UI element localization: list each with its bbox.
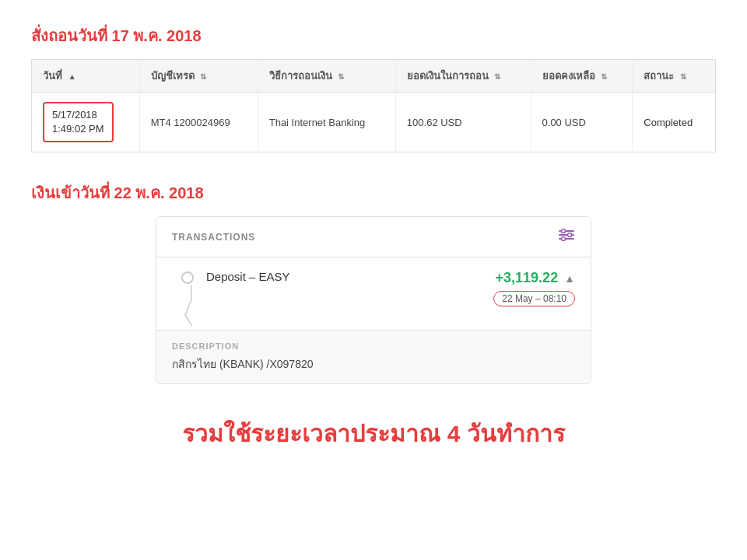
sort-icon[interactable]: ⇅ xyxy=(200,72,206,81)
description-section: DESCRIPTION กสิกรไทย (KBANK) /X097820 xyxy=(156,330,591,383)
description-label: DESCRIPTION xyxy=(172,341,575,351)
sort-icon[interactable]: ⇅ xyxy=(338,72,344,81)
transactions-header: TRANSACTIONS xyxy=(156,217,591,257)
status-badge: Completed xyxy=(644,117,693,128)
col-amount: ยอดเงินในการถอน ⇅ xyxy=(395,60,531,93)
table-header-row: วันที่ ▲ บัญชีเทรด ⇅ วิธีการถอนเงิน ⇅ ยอ… xyxy=(32,60,716,93)
chevron-up-icon: ▲ xyxy=(564,272,575,285)
transaction-graph xyxy=(181,284,202,327)
transactions-card: TRANSACTIONS xyxy=(156,216,591,384)
cell-date: 5/17/20181:49:02 PM xyxy=(32,93,140,152)
sort-icon[interactable]: ⇅ xyxy=(680,72,686,81)
col-method: วิธีการถอนเงิน ⇅ xyxy=(258,60,395,93)
transaction-detail: Deposit – EASY xyxy=(203,270,474,283)
transaction-right: +3,119.22 ▲ 22 May – 08:10 xyxy=(474,270,575,306)
transaction-amount: +3,119.22 xyxy=(496,270,559,286)
description-value: กสิกรไทย (KBANK) /X097820 xyxy=(172,355,575,373)
cell-amount: 100.62 USD xyxy=(395,93,531,152)
svg-point-4 xyxy=(568,233,572,237)
col-balance: ยอดคงเหลือ ⇅ xyxy=(531,60,633,93)
deposit-circle-icon xyxy=(181,271,194,284)
section-deposit: เงินเข้าวันที่ 22 พ.ค. 2018 TRANSACTIONS xyxy=(31,180,716,384)
transaction-graph-col xyxy=(172,270,203,327)
table-row: 5/17/20181:49:02 PM MT4 1200024969 Thai … xyxy=(32,93,716,152)
cell-status: Completed xyxy=(633,93,716,152)
transaction-date-badge: 22 May – 08:10 xyxy=(493,291,575,306)
svg-point-3 xyxy=(562,229,566,233)
filter-icon[interactable] xyxy=(558,228,575,246)
sort-icon[interactable]: ⇅ xyxy=(494,72,500,81)
transaction-row: Deposit – EASY +3,119.22 ▲ 22 May – 08:1… xyxy=(156,257,591,330)
transactions-label: TRANSACTIONS xyxy=(172,232,255,243)
svg-point-5 xyxy=(562,237,566,241)
summary-text: รวมใช้ระยะเวลาประมาณ 4 วันทำการ xyxy=(31,415,716,452)
section-withdraw: สั่งถอนวันที่ 17 พ.ค. 2018 วันที่ ▲ บัญช… xyxy=(31,23,716,152)
col-status: สถานะ ⇅ xyxy=(633,60,716,93)
col-account: บัญชีเทรด ⇅ xyxy=(139,60,258,93)
cell-method: Thai Internet Banking xyxy=(258,93,395,152)
cell-balance: 0.00 USD xyxy=(531,93,633,152)
withdraw-table: วันที่ ▲ บัญชีเทรด ⇅ วิธีการถอนเงิน ⇅ ยอ… xyxy=(31,59,716,152)
col-date: วันที่ ▲ xyxy=(32,60,140,93)
sort-up-icon[interactable]: ▲ xyxy=(68,72,76,81)
amount-row: +3,119.22 ▲ xyxy=(496,270,575,286)
deposit-label: Deposit – EASY xyxy=(206,270,474,283)
cell-account: MT4 1200024969 xyxy=(139,93,258,152)
deposit-title: เงินเข้าวันที่ 22 พ.ค. 2018 xyxy=(31,180,716,205)
withdraw-title: สั่งถอนวันที่ 17 พ.ค. 2018 xyxy=(31,23,716,48)
date-badge: 5/17/20181:49:02 PM xyxy=(43,102,114,142)
sort-icon[interactable]: ⇅ xyxy=(601,72,607,81)
